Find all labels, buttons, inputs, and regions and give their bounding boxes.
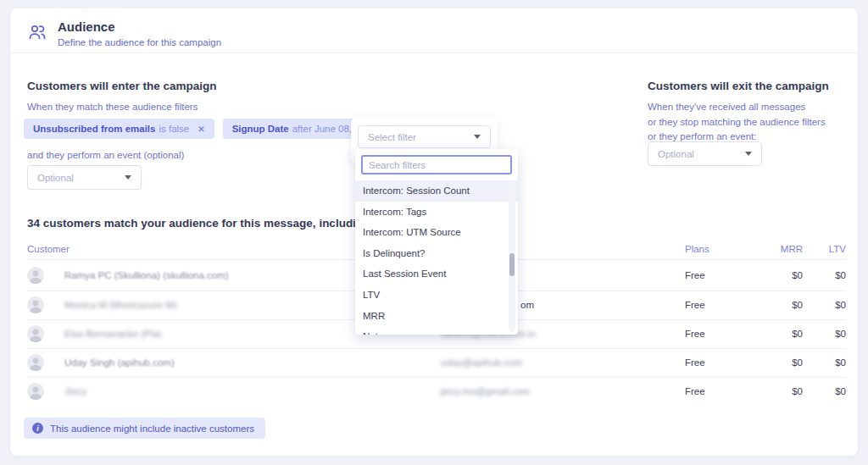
customer-ltv: $0 — [835, 300, 846, 310]
enter-section-subheading: When they match these audience filters — [27, 102, 198, 112]
customer-ltv: $0 — [835, 329, 846, 339]
customer-mrr: $0 — [792, 300, 803, 310]
avatar — [27, 296, 44, 313]
select-filter-dropdown[interactable]: Select filter — [358, 125, 491, 148]
filter-chip-unsubscribed[interactable]: Unsubscribed from emails is false ✕ — [24, 119, 214, 139]
exit-line: When they've received all messages — [648, 100, 826, 115]
filter-options-panel: Intercom: Session Count Intercom: Tags I… — [355, 149, 518, 335]
avatar — [27, 383, 44, 400]
customer-ltv: $0 — [835, 270, 846, 280]
exit-event-select-placeholder: Optional — [658, 149, 694, 159]
exit-section-description: When they've received all messages or th… — [648, 100, 826, 145]
exit-section-heading: Customers will exit the campaign — [648, 80, 829, 92]
filter-options-list: Intercom: Session Count Intercom: Tags I… — [355, 180, 518, 335]
column-header-plans: Plans — [685, 244, 709, 254]
customer-email: om — [520, 300, 534, 310]
filter-field: Signup Date — [232, 124, 289, 134]
info-icon: i — [32, 423, 43, 434]
filter-option[interactable]: MRR — [355, 306, 518, 327]
filter-option[interactable]: Last Session Event — [355, 263, 518, 285]
customer-plan: Free — [685, 386, 705, 396]
customer-name: Monica M (Monicazure M) — [64, 300, 177, 310]
users-icon — [27, 22, 47, 42]
exit-event-select[interactable]: Optional — [648, 141, 762, 166]
enter-event-select-placeholder: Optional — [37, 173, 74, 183]
filter-condition: is false — [159, 124, 189, 134]
avatar — [27, 267, 44, 284]
customers-match-heading: 34 customers match your audience for thi… — [27, 217, 370, 230]
select-filter-placeholder: Select filter — [368, 132, 416, 142]
enter-event-select[interactable]: Optional — [27, 165, 142, 190]
customer-ltv: $0 — [835, 386, 846, 396]
customer-ltv: $0 — [835, 357, 846, 368]
customer-plan: Free — [685, 357, 705, 368]
customer-mrr: $0 — [792, 357, 803, 368]
column-header-customer: Customer — [27, 244, 70, 254]
customer-plan: Free — [685, 329, 705, 339]
filter-field: Unsubscribed from emails — [33, 124, 155, 134]
header-divider — [10, 53, 858, 53]
exit-line: or they stop matching the audience filte… — [648, 115, 826, 130]
filter-option[interactable]: Intercom: Session Count — [355, 180, 518, 202]
filter-option[interactable]: LTV — [355, 285, 518, 306]
enter-event-label: and they perform an event (optional) — [27, 150, 184, 160]
enter-section-heading: Customers will enter the campaign — [27, 80, 217, 92]
search-filters-input[interactable] — [361, 155, 512, 174]
remove-filter-icon[interactable]: ✕ — [198, 125, 204, 134]
filter-option[interactable]: Is Delinquent? — [355, 243, 518, 264]
column-header-mrr: MRR — [781, 244, 803, 254]
customer-plan: Free — [685, 300, 705, 310]
customer-name: Jincy — [64, 386, 86, 396]
customer-mrr: $0 — [792, 329, 803, 339]
customer-plan: Free — [685, 270, 705, 280]
avatar — [27, 354, 44, 371]
scrollbar-thumb[interactable] — [509, 253, 515, 276]
page-title: Audience — [58, 19, 115, 34]
avatar — [27, 325, 44, 342]
customer-mrr: $0 — [792, 270, 803, 280]
chevron-down-icon — [474, 135, 481, 139]
customer-mrr: $0 — [792, 386, 803, 396]
filter-option[interactable]: Intercom: Tags — [355, 202, 518, 223]
customer-email: uday@apihub.com — [441, 357, 522, 368]
audience-filter-chips: Unsubscribed from emails is false ✕ Sign… — [24, 119, 401, 139]
inactive-customers-note: i This audience might include inactive c… — [24, 418, 265, 439]
customer-email: jincy.mo@gmail.com — [441, 386, 530, 396]
chevron-down-icon — [745, 152, 752, 156]
filter-option[interactable]: Notes — [355, 326, 518, 335]
customer-name: Ramya PC (Skulliona) (skulliona.com) — [64, 270, 229, 280]
page-subtitle: Define the audience for this campaign — [58, 37, 221, 47]
customer-name: Elsa Bernanacke (Pla) — [64, 329, 161, 339]
column-header-ltv: LTV — [829, 244, 846, 254]
table-row[interactable]: Uday Singh (apihub.com) uday@apihub.com … — [27, 348, 846, 378]
inactive-customers-note-text: This audience might include inactive cus… — [50, 423, 254, 434]
customer-name: Uday Singh (apihub.com) — [64, 357, 175, 368]
audience-card: Audience Define the audience for this ca… — [10, 8, 858, 456]
table-row[interactable]: Jincy jincy.mo@gmail.com Free $0 $0 — [27, 377, 846, 406]
filter-option[interactable]: Intercom: UTM Source — [355, 222, 518, 243]
chevron-down-icon — [125, 175, 131, 180]
